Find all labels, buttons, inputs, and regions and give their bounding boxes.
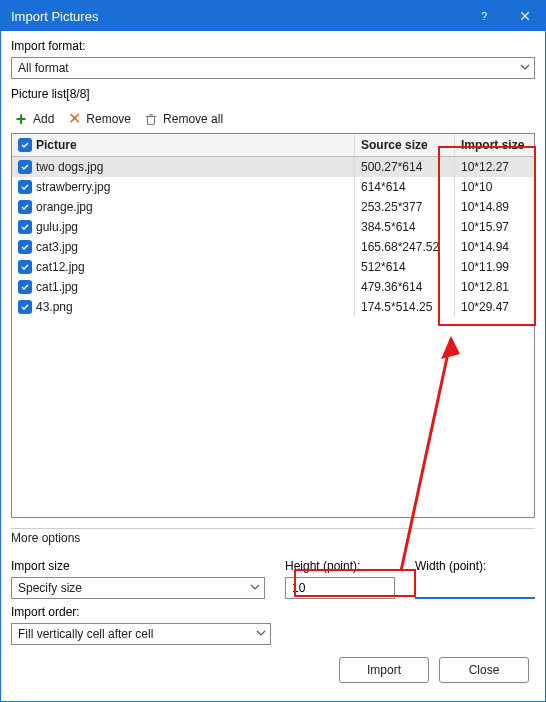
import-format-value: All format	[18, 61, 69, 75]
row-import-size: 10*11.99	[454, 257, 534, 277]
table-row[interactable]: two dogs.jpg500.27*61410*12.27	[12, 157, 534, 177]
titlebar: Import Pictures ?	[1, 1, 545, 31]
row-checkbox[interactable]	[18, 240, 32, 254]
height-label: Height (point):	[285, 559, 395, 573]
row-picture-name: 43.png	[36, 300, 73, 314]
row-import-size: 10*12.27	[454, 157, 534, 177]
table-row[interactable]: cat1.jpg479.36*61410*12.81	[12, 277, 534, 297]
trash-icon	[143, 111, 159, 127]
width-label: Width (point):	[415, 559, 535, 573]
import-button[interactable]: Import	[339, 657, 429, 683]
table-row[interactable]: cat12.jpg512*61410*11.99	[12, 257, 534, 277]
remove-all-button[interactable]: Remove all	[143, 111, 223, 127]
row-picture-name: cat1.jpg	[36, 280, 78, 294]
import-size-label: Import size	[11, 559, 265, 573]
x-icon: ✕	[66, 111, 82, 127]
row-checkbox[interactable]	[18, 220, 32, 234]
row-source-size: 614*614	[354, 177, 454, 197]
window-title: Import Pictures	[11, 9, 465, 24]
row-checkbox[interactable]	[18, 280, 32, 294]
row-checkbox[interactable]	[18, 180, 32, 194]
picture-list-label: Picture list[8/8]	[11, 87, 535, 101]
row-checkbox[interactable]	[18, 260, 32, 274]
width-input[interactable]	[415, 577, 535, 599]
row-picture-name: orange.jpg	[36, 200, 93, 214]
col-header-picture[interactable]: Picture	[12, 134, 354, 156]
table-row[interactable]: cat3.jpg165.68*247.5210*14.94	[12, 237, 534, 257]
remove-button[interactable]: ✕ Remove	[66, 111, 131, 127]
chevron-down-icon	[250, 581, 260, 595]
row-source-size: 165.68*247.52	[354, 237, 454, 257]
svg-text:?: ?	[481, 10, 487, 22]
row-checkbox[interactable]	[18, 160, 32, 174]
more-options-label: More options	[11, 528, 535, 545]
plus-icon: +	[13, 111, 29, 127]
row-source-size: 512*614	[354, 257, 454, 277]
height-input[interactable]	[285, 577, 395, 599]
row-picture-name: cat12.jpg	[36, 260, 85, 274]
select-all-checkbox[interactable]	[18, 138, 32, 152]
import-order-dropdown[interactable]: Fill vertically cell after cell	[11, 623, 271, 645]
table-row[interactable]: 43.png174.5*514.2510*29.47	[12, 297, 534, 317]
col-header-import[interactable]: Import size	[454, 134, 534, 156]
chevron-down-icon	[520, 61, 530, 75]
row-picture-name: strawberry.jpg	[36, 180, 110, 194]
table-row[interactable]: strawberry.jpg614*61410*10	[12, 177, 534, 197]
col-header-source[interactable]: Source size	[354, 134, 454, 156]
row-import-size: 10*12.81	[454, 277, 534, 297]
row-checkbox[interactable]	[18, 300, 32, 314]
row-import-size: 10*14.94	[454, 237, 534, 257]
row-source-size: 479.36*614	[354, 277, 454, 297]
picture-toolbar: + Add ✕ Remove Remove all	[11, 105, 535, 133]
row-source-size: 384.5*614	[354, 217, 454, 237]
import-format-dropdown[interactable]: All format	[11, 57, 535, 79]
row-source-size: 500.27*614	[354, 157, 454, 177]
picture-table: Picture Source size Import size two dogs…	[11, 133, 535, 518]
help-button[interactable]: ?	[465, 1, 505, 31]
chevron-down-icon	[256, 627, 266, 641]
row-picture-name: two dogs.jpg	[36, 160, 103, 174]
row-source-size: 174.5*514.25	[354, 297, 454, 317]
row-picture-name: cat3.jpg	[36, 240, 78, 254]
import-order-label: Import order:	[11, 605, 271, 619]
close-button[interactable]: Close	[439, 657, 529, 683]
row-source-size: 253.25*377	[354, 197, 454, 217]
row-checkbox[interactable]	[18, 200, 32, 214]
import-format-label: Import format:	[11, 39, 535, 53]
row-picture-name: gulu.jpg	[36, 220, 78, 234]
import-size-dropdown[interactable]: Specify size	[11, 577, 265, 599]
table-row[interactable]: gulu.jpg384.5*61410*15.97	[12, 217, 534, 237]
add-button[interactable]: + Add	[13, 111, 54, 127]
svg-rect-3	[148, 116, 155, 124]
row-import-size: 10*15.97	[454, 217, 534, 237]
close-window-button[interactable]	[505, 1, 545, 31]
table-row[interactable]: orange.jpg253.25*37710*14.89	[12, 197, 534, 217]
row-import-size: 10*10	[454, 177, 534, 197]
row-import-size: 10*29.47	[454, 297, 534, 317]
row-import-size: 10*14.89	[454, 197, 534, 217]
